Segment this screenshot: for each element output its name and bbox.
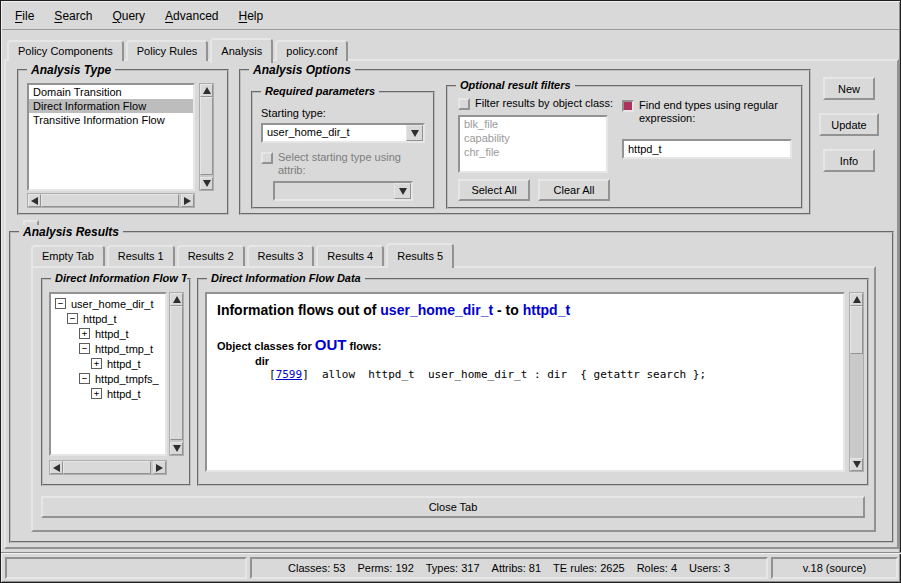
checkbox-checked-icon[interactable] — [622, 100, 634, 112]
info-button-label: Info — [840, 155, 858, 167]
attrib-combobox-disabled[interactable] — [273, 181, 413, 201]
tree-item[interactable]: +httpd_t — [51, 356, 165, 371]
list-item[interactable]: Transitive Information Flow — [29, 113, 193, 127]
status-divider — [1, 552, 901, 554]
tab-results-3[interactable]: Results 3 — [247, 245, 315, 266]
object-class-listbox[interactable]: blk_file capability chr_file — [458, 115, 608, 173]
rule-number-link[interactable]: 7599 — [276, 368, 303, 381]
tree-item[interactable]: +httpd_t — [51, 326, 165, 341]
scroll-up-icon[interactable] — [200, 84, 213, 97]
tree-item-label[interactable]: httpd_t — [105, 358, 143, 370]
tree-item-label[interactable]: httpd_t — [105, 388, 143, 400]
tab-results-1[interactable]: Results 1 — [107, 245, 175, 266]
analysis-results-title: Analysis Results — [19, 225, 123, 239]
horizontal-scrollbar[interactable] — [27, 193, 195, 208]
tree-item[interactable]: −httpd_tmpfs_ — [51, 371, 165, 386]
dropdown-arrow-icon[interactable] — [394, 183, 411, 199]
tab-label: Results 2 — [188, 250, 234, 262]
menu-query[interactable]: Query — [102, 5, 155, 27]
tree-expander-icon[interactable]: + — [91, 358, 102, 369]
scrollbar-thumb[interactable] — [41, 194, 179, 207]
list-item-selected[interactable]: Direct Information Flow — [29, 99, 193, 113]
checkbox-unchecked-icon[interactable] — [458, 98, 470, 110]
scrollbar-thumb[interactable] — [200, 97, 213, 175]
tree-expander-icon[interactable]: + — [91, 388, 102, 399]
tree-item[interactable]: −httpd_t — [51, 311, 165, 326]
tree-item[interactable]: −user_home_dir_t — [51, 296, 165, 311]
scroll-left-icon[interactable] — [28, 194, 41, 207]
checkbox-unchecked-icon[interactable] — [261, 152, 273, 164]
starting-type-value[interactable]: user_home_dir_t — [263, 125, 406, 141]
regex-entry[interactable]: httpd_t — [622, 139, 792, 159]
flow-tree-frame: Direct Information Flow T −user_home_dir… — [41, 278, 191, 486]
tree-expander-icon[interactable]: − — [79, 343, 90, 354]
list-item[interactable]: blk_file — [460, 117, 606, 131]
list-item[interactable]: chr_file — [460, 145, 606, 159]
filter-by-class-checkbox-row[interactable]: Filter results by object class: — [458, 97, 638, 110]
tree-expander-icon[interactable]: − — [55, 298, 66, 309]
analysis-results-frame: Analysis Results Empty Tab Results 1 Res… — [9, 231, 894, 543]
analysis-type-title: Analysis Type — [27, 63, 115, 77]
vertical-scrollbar[interactable] — [199, 83, 214, 191]
select-all-button[interactable]: Select All — [458, 179, 530, 201]
list-item[interactable]: Domain Transition — [29, 85, 193, 99]
tab-empty[interactable]: Empty Tab — [31, 245, 105, 266]
scrollbar-thumb[interactable] — [63, 461, 151, 474]
tab-policy-components[interactable]: Policy Components — [7, 40, 124, 61]
scroll-right-icon[interactable] — [181, 194, 194, 207]
menu-file[interactable]: File — [5, 5, 44, 27]
menu-search[interactable]: Search — [44, 5, 102, 27]
select-all-label: Select All — [471, 184, 516, 196]
tab-label: policy.conf — [286, 45, 337, 57]
tree-expander-icon[interactable]: − — [79, 373, 90, 384]
tree-expander-icon[interactable]: − — [67, 313, 78, 324]
menu-advanced[interactable]: Advanced — [155, 5, 228, 27]
tree-expander-icon[interactable]: + — [79, 328, 90, 339]
tab-results-5[interactable]: Results 5 — [386, 243, 454, 268]
menu-help[interactable]: Help — [228, 5, 273, 27]
scroll-left-icon[interactable] — [50, 461, 63, 474]
required-parameters-frame: Required parameters Starting type: user_… — [251, 91, 435, 209]
tab-results-4[interactable]: Results 4 — [316, 245, 384, 266]
required-parameters-title: Required parameters — [261, 85, 379, 97]
tree-item-label[interactable]: httpd_tmpfs_ — [93, 373, 161, 385]
tab-label: Results 3 — [258, 250, 304, 262]
tree-item-label[interactable]: httpd_tmp_t — [93, 343, 155, 355]
update-button[interactable]: Update — [819, 113, 879, 136]
tree-item[interactable]: +httpd_t — [51, 386, 165, 401]
analysis-type-listbox[interactable]: Domain Transition Direct Information Flo… — [27, 83, 195, 191]
regex-checkbox-row[interactable]: Find end types using regular expression: — [622, 99, 794, 125]
tab-results-2[interactable]: Results 2 — [177, 245, 245, 266]
scroll-right-icon[interactable] — [153, 461, 166, 474]
tree-item-label[interactable]: user_home_dir_t — [69, 298, 156, 310]
tree-item-label[interactable]: httpd_t — [93, 328, 131, 340]
list-item[interactable]: capability — [460, 131, 606, 145]
new-button[interactable]: New — [823, 77, 875, 100]
tree-item[interactable]: −httpd_tmp_t — [51, 341, 165, 356]
attrib-checkbox-row[interactable]: Select starting type using attrib: — [261, 151, 429, 177]
scroll-up-icon[interactable] — [170, 293, 183, 306]
close-tab-button[interactable]: Close Tab — [41, 496, 865, 518]
scrollbar-thumb[interactable] — [850, 306, 863, 354]
flow-direction-text: OUT — [315, 336, 347, 353]
scrollbar-thumb[interactable] — [170, 306, 183, 440]
scroll-up-icon[interactable] — [850, 293, 863, 306]
tab-analysis[interactable]: Analysis — [210, 38, 273, 63]
close-tab-label: Close Tab — [429, 501, 478, 513]
scroll-down-icon[interactable] — [170, 442, 183, 455]
info-button[interactable]: Info — [823, 149, 875, 172]
vertical-scrollbar[interactable] — [169, 292, 184, 456]
starting-type-combobox[interactable]: user_home_dir_t — [261, 123, 425, 143]
clear-all-button[interactable]: Clear All — [538, 179, 610, 201]
horizontal-scrollbar[interactable] — [49, 460, 167, 475]
tree-item-label[interactable]: httpd_t — [81, 313, 119, 325]
flow-tree[interactable]: −user_home_dir_t −httpd_t +httpd_t −http… — [49, 292, 167, 456]
stat-types: Types: 317 — [426, 562, 480, 574]
scroll-down-icon[interactable] — [200, 177, 213, 190]
vertical-scrollbar[interactable] — [849, 292, 864, 472]
tab-policy-rules[interactable]: Policy Rules — [126, 40, 209, 61]
status-version-panel: v.18 (source) — [771, 557, 898, 579]
dropdown-arrow-icon[interactable] — [406, 125, 423, 141]
scroll-down-icon[interactable] — [850, 458, 863, 471]
tab-policy-conf[interactable]: policy.conf — [275, 40, 348, 61]
